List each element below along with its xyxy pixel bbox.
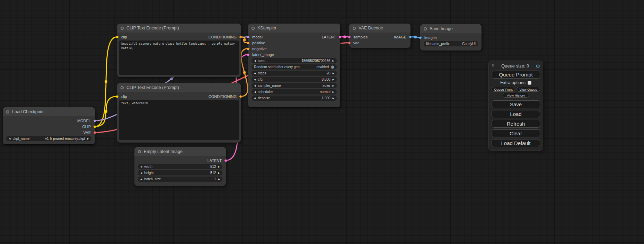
node-clip-text-encode-positive[interactable]: CLIP Text Encode (Prompt) clip CONDITION… [117, 24, 241, 77]
node-title-bar[interactable]: KSampler [248, 24, 340, 33]
output-port-image[interactable] [409, 35, 412, 38]
input-port-model[interactable] [247, 35, 250, 38]
input-port-vae[interactable] [348, 41, 351, 44]
input-port-positive[interactable] [247, 41, 250, 44]
widget-cfg[interactable]: ◀ cfg 8.000 ▶ [252, 77, 337, 82]
decrement-arrow-icon[interactable]: ◀ [140, 165, 142, 168]
prompt-textarea[interactable]: text, watermark [119, 100, 239, 140]
queue-menu-panel: ⠿ Queue size: 0 ⚙ Queue Prompt Extra opt… [488, 61, 543, 151]
widget-value: 20 [268, 71, 330, 75]
decrement-arrow-icon[interactable]: ◀ [254, 72, 256, 74]
clear-button[interactable]: Clear [492, 129, 540, 137]
collapse-dot-icon[interactable] [424, 27, 427, 30]
widget-width[interactable]: ◀ width 512 ▶ [138, 164, 222, 169]
node-title-bar[interactable]: Load Checkpoint [3, 107, 95, 116]
extra-options-checkbox[interactable] [528, 81, 531, 85]
refresh-button[interactable]: Refresh [492, 120, 540, 128]
input-label-clip: clip [121, 35, 127, 39]
drag-handle-icon[interactable]: ⠿ [492, 64, 495, 69]
node-title-bar[interactable]: CLIP Text Encode (Prompt) [117, 83, 241, 92]
node-title: Empty Latent Image [144, 149, 183, 154]
increment-arrow-icon[interactable]: ▶ [333, 60, 334, 62]
node-graph-canvas[interactable]: Load Checkpoint MODEL CLIP VAE ◀ ckpt_na… [0, 0, 644, 244]
widget-label: cfg [258, 78, 262, 81]
widget-value: 512 [155, 165, 216, 169]
output-port-latent[interactable] [224, 159, 227, 162]
input-port-latent-image[interactable] [247, 53, 250, 56]
input-port-images[interactable] [419, 36, 422, 39]
load-default-button[interactable]: Load Default [492, 139, 540, 147]
widget-denoise[interactable]: ◀ denoise 1.000 ▶ [252, 96, 337, 101]
input-port-negative[interactable] [247, 47, 250, 50]
collapse-dot-icon[interactable] [121, 27, 124, 30]
decrement-arrow-icon[interactable]: ◀ [254, 91, 256, 93]
widget-height[interactable]: ◀ height 512 ▶ [138, 170, 222, 175]
increment-arrow-icon[interactable]: ▶ [333, 84, 334, 87]
output-label-model: MODEL [77, 119, 91, 123]
node-clip-text-encode-negative[interactable]: CLIP Text Encode (Prompt) clip CONDITION… [117, 83, 241, 143]
increment-arrow-icon[interactable]: ▶ [218, 178, 220, 180]
collapse-dot-icon[interactable] [121, 86, 124, 89]
widget-value: enabled [302, 65, 329, 69]
decrement-arrow-icon[interactable]: ◀ [254, 84, 256, 87]
node-ksampler[interactable]: KSampler model LATENT positive negative … [248, 24, 340, 107]
save-button[interactable]: Save [492, 100, 540, 108]
load-button[interactable]: Load [492, 110, 540, 118]
widget-sampler-name[interactable]: ◀ sampler_name euler ▶ [252, 83, 337, 88]
output-port-clip[interactable] [93, 125, 96, 128]
node-vae-decode[interactable]: VAE Decode samples IMAGE vae [349, 24, 411, 48]
input-port-clip[interactable] [116, 95, 119, 98]
output-port-latent[interactable] [338, 35, 342, 38]
queue-front-button[interactable]: Queue Front [492, 87, 515, 92]
increment-arrow-icon[interactable]: ▶ [333, 91, 334, 93]
widget-ckpt-name[interactable]: ◀ ckpt_name v1-5-pruned-emaonly.ckpt ▶ [6, 136, 91, 141]
node-empty-latent-image[interactable]: Empty Latent Image LATENT ◀ width 512 ▶ … [134, 147, 226, 186]
widget-value: 8.000 [265, 78, 330, 81]
widget-value: v1-5-pruned-emaonly.ckpt [32, 137, 85, 141]
output-port-vae[interactable] [93, 131, 96, 134]
decrement-arrow-icon[interactable]: ◀ [9, 137, 10, 140]
decrement-arrow-icon[interactable]: ◀ [254, 78, 256, 81]
decrement-arrow-icon[interactable]: ◀ [254, 60, 256, 62]
output-port-model[interactable] [93, 119, 96, 122]
increment-arrow-icon[interactable]: ▶ [333, 72, 334, 74]
node-title-bar[interactable]: VAE Decode [349, 24, 411, 33]
input-port-clip[interactable] [116, 35, 119, 38]
output-port-conditioning[interactable] [239, 35, 242, 38]
queue-prompt-button[interactable]: Queue Prompt [492, 71, 540, 79]
widget-scheduler[interactable]: ◀ scheduler normal ▶ [252, 89, 337, 94]
node-load-checkpoint[interactable]: Load Checkpoint MODEL CLIP VAE ◀ ckpt_na… [3, 107, 95, 144]
widget-filename-prefix[interactable]: filename_prefix ComfyUI [424, 41, 478, 46]
collapse-dot-icon[interactable] [353, 27, 356, 30]
view-history-button[interactable]: View History [503, 93, 529, 98]
increment-arrow-icon[interactable]: ▶ [333, 97, 334, 99]
widget-random-seed-toggle[interactable]: Random seed after every gen enabled [252, 64, 337, 70]
view-queue-button[interactable]: View Queue [517, 87, 540, 92]
node-title-bar[interactable]: Save Image [420, 24, 482, 33]
increment-arrow-icon[interactable]: ▶ [218, 172, 220, 174]
collapse-dot-icon[interactable] [252, 27, 255, 30]
widget-label: scheduler [258, 90, 273, 94]
widget-batch-size[interactable]: ◀ batch_size 1 ▶ [138, 177, 222, 182]
increment-arrow-icon[interactable]: ▶ [218, 165, 220, 168]
node-title-bar[interactable]: Empty Latent Image [134, 147, 226, 156]
decrement-arrow-icon[interactable]: ◀ [254, 97, 256, 99]
node-save-image[interactable]: Save Image images filename_prefix ComfyU… [420, 24, 482, 51]
settings-gear-icon[interactable]: ⚙ [536, 63, 540, 69]
decrement-arrow-icon[interactable]: ◀ [140, 178, 142, 180]
widget-label: ckpt_name [12, 137, 29, 141]
link-midpoint-dot [414, 36, 417, 38]
increment-arrow-icon[interactable]: ▶ [87, 137, 89, 140]
output-port-conditioning[interactable] [239, 95, 242, 98]
node-title-bar[interactable]: CLIP Text Encode (Prompt) [117, 24, 241, 33]
input-port-samples[interactable] [348, 35, 351, 38]
widget-steps[interactable]: ◀ steps 20 ▶ [252, 71, 337, 76]
toggle-knob[interactable] [331, 65, 334, 69]
increment-arrow-icon[interactable]: ▶ [333, 78, 334, 81]
collapse-dot-icon[interactable] [138, 150, 141, 153]
decrement-arrow-icon[interactable]: ◀ [140, 172, 142, 174]
widget-seed[interactable]: ◀ seed 156680208700286 ▶ [252, 58, 337, 63]
collapse-dot-icon[interactable] [6, 110, 9, 114]
link-midpoint-dot [243, 71, 246, 74]
prompt-textarea[interactable]: beautiful scenery nature glass bottle la… [119, 40, 239, 75]
